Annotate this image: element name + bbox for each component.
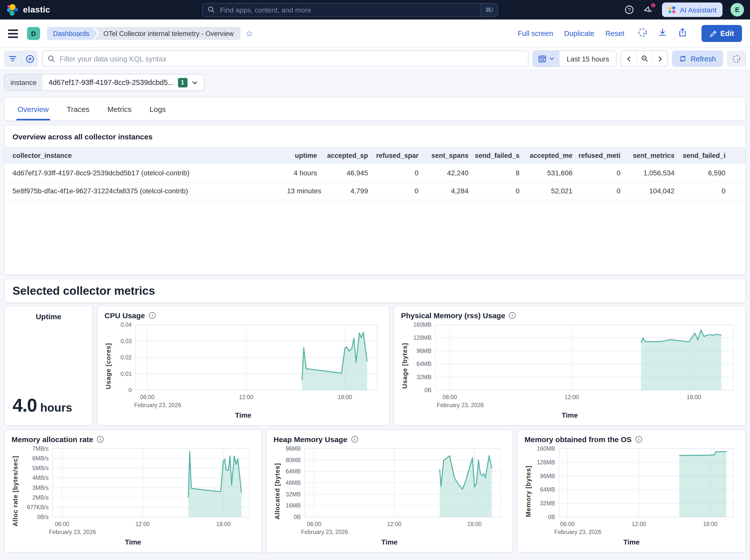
time-range-label[interactable]: Last 15 hours: [560, 55, 616, 63]
global-search[interactable]: ⌘/: [202, 3, 498, 17]
info-icon[interactable]: i: [635, 436, 643, 443]
date-picker-button[interactable]: [533, 51, 560, 66]
kql-query-input[interactable]: [59, 55, 523, 63]
table-cell: 5e8f975b-dfac-4f1e-9627-31224cfa8375 (ot…: [4, 182, 287, 200]
cpu-chart-title: CPU Usage: [104, 311, 145, 320]
info-icon[interactable]: i: [351, 436, 358, 443]
heap-y-axis-label: Allocated [bytes]: [274, 445, 283, 537]
chevron-down-icon: [549, 56, 555, 61]
column-header[interactable]: send_failed_i: [679, 147, 730, 164]
svg-text:96MB: 96MB: [286, 445, 301, 452]
auto-refresh-icon[interactable]: [727, 50, 746, 67]
svg-text:0: 0: [129, 387, 132, 393]
svg-text:160MB: 160MB: [537, 445, 555, 452]
table-cell: 104,042: [626, 182, 679, 200]
info-icon[interactable]: i: [97, 436, 104, 443]
table-cell: 4,284: [423, 182, 474, 200]
svg-text:96MB: 96MB: [540, 473, 555, 479]
ai-assistant-label: AI Assistant: [680, 6, 716, 14]
table-cell: 531,606: [525, 164, 577, 182]
search-icon: [47, 55, 56, 63]
reset-link[interactable]: Reset: [605, 29, 624, 38]
svg-text:i: i: [100, 437, 101, 442]
column-header[interactable]: accep: [730, 147, 746, 164]
table-cell: 6,590: [679, 164, 730, 182]
memory-allocation-rate-panel[interactable]: Memory allocation rate i Alloc rate [byt…: [4, 430, 262, 553]
download-icon[interactable]: [657, 27, 667, 39]
column-header[interactable]: send_failed_s: [474, 147, 525, 164]
whats-new-icon[interactable]: [643, 4, 654, 15]
svg-text:18:00: 18:00: [467, 521, 482, 527]
breadcrumb-dashboards[interactable]: Dashboards: [47, 27, 98, 40]
table-cell: 4,799: [322, 182, 373, 200]
column-header[interactable]: accepted_me: [525, 147, 577, 164]
column-header[interactable]: refused_spar: [373, 147, 423, 164]
svg-text:06:00: 06:00: [55, 521, 69, 527]
svg-text:12:00: 12:00: [565, 394, 579, 400]
favorite-star-icon[interactable]: ☆: [245, 28, 253, 39]
schedule-report-icon[interactable]: [637, 27, 647, 39]
heap-x-axis-label: Time: [274, 537, 506, 548]
memory-from-os-chart: 0B32MB64MB96MB128MB160MB06:0012:0018:00F…: [534, 445, 738, 537]
svg-text:32MB: 32MB: [540, 500, 555, 506]
duplicate-link[interactable]: Duplicate: [564, 29, 594, 38]
svg-text:18:00: 18:00: [687, 394, 701, 400]
tab-traces[interactable]: Traces: [66, 98, 91, 120]
full-screen-link[interactable]: Full screen: [518, 29, 553, 38]
cpu-usage-panel[interactable]: CPU Usage i Usage [cores] 00.010.020.030…: [97, 306, 390, 426]
share-icon[interactable]: [677, 27, 687, 39]
table-row: 4d67ef17-93ff-4197-8cc9-2539dcbd5b17 (ot…: [4, 164, 746, 182]
svg-text:64MB: 64MB: [416, 361, 432, 367]
cpu-y-axis-label: Usage [cores]: [104, 322, 115, 410]
svg-text:0B: 0B: [425, 387, 432, 393]
instance-control[interactable]: instance 4d67ef17-93ff-4197-8cc9-2539dcb…: [4, 74, 204, 91]
column-header[interactable]: accepted_sp: [322, 147, 373, 164]
column-header[interactable]: uptime: [287, 147, 322, 164]
refresh-button[interactable]: Refresh: [672, 50, 723, 67]
kql-query-input-wrap[interactable]: [42, 50, 529, 67]
svg-text:18:00: 18:00: [703, 521, 717, 527]
column-header[interactable]: sent_spans: [423, 147, 474, 164]
time-prev-icon[interactable]: [621, 51, 636, 66]
chevron-down-icon: [191, 79, 198, 86]
rss-usage-panel[interactable]: Physical Memory (rss) Usage i Usage [byt…: [394, 306, 746, 426]
tab-metrics[interactable]: Metrics: [106, 98, 133, 120]
time-next-icon[interactable]: [652, 51, 668, 66]
column-header[interactable]: refused_meti: [577, 147, 626, 164]
menu-icon[interactable]: [8, 29, 18, 38]
dashboard-content: instance 4d67ef17-93ff-4197-8cc9-2539dcb…: [0, 70, 750, 560]
zoom-out-icon[interactable]: [636, 51, 652, 66]
uptime-panel[interactable]: Uptime 4.0 hours: [4, 306, 93, 426]
elastic-logo[interactable]: elastic: [6, 3, 186, 16]
alloc-y-axis-label: Alloc rate [bytes/sec]: [12, 445, 21, 537]
logo-wordmark: elastic: [23, 5, 50, 15]
ai-assistant-button[interactable]: AI Assistant: [662, 2, 723, 17]
svg-text:32MB: 32MB: [286, 491, 301, 498]
instance-control-label: instance: [4, 75, 42, 90]
svg-text:i: i: [152, 313, 153, 318]
column-header[interactable]: sent_metrics: [626, 147, 679, 164]
svg-text:18:00: 18:00: [338, 394, 352, 400]
heap-memory-usage-panel[interactable]: Heap Memory Usage i Allocated [bytes] 0B…: [266, 430, 513, 553]
svg-text:48MB: 48MB: [286, 480, 301, 486]
table-cell: [730, 182, 746, 200]
memory-from-os-panel[interactable]: Memory obtained from the OS i Memory [by…: [517, 430, 746, 553]
svg-text:i: i: [512, 313, 513, 318]
global-search-input[interactable]: [218, 3, 480, 16]
help-icon[interactable]: ?: [624, 4, 635, 15]
rss-y-axis-label: Usage [bytes]: [401, 322, 411, 410]
info-icon[interactable]: i: [149, 312, 156, 319]
column-header[interactable]: collector_instance: [4, 147, 287, 164]
tab-overview[interactable]: Overview: [17, 98, 50, 120]
edit-button[interactable]: Edit: [701, 25, 742, 42]
tab-logs[interactable]: Logs: [149, 98, 167, 120]
add-filter-icon[interactable]: [21, 50, 38, 67]
svg-text:i: i: [638, 437, 639, 442]
filter-icon[interactable]: [4, 50, 21, 67]
info-icon[interactable]: i: [509, 312, 516, 319]
notification-dot: [651, 3, 655, 7]
instance-control-value: 4d67ef17-93ff-4197-8cc9-2539dcbd5...: [48, 79, 174, 86]
avatar[interactable]: E: [730, 3, 744, 17]
dashboard-app-badge[interactable]: D: [27, 27, 40, 40]
global-header: elastic ⌘/ ? AI Assistant E: [0, 0, 750, 20]
